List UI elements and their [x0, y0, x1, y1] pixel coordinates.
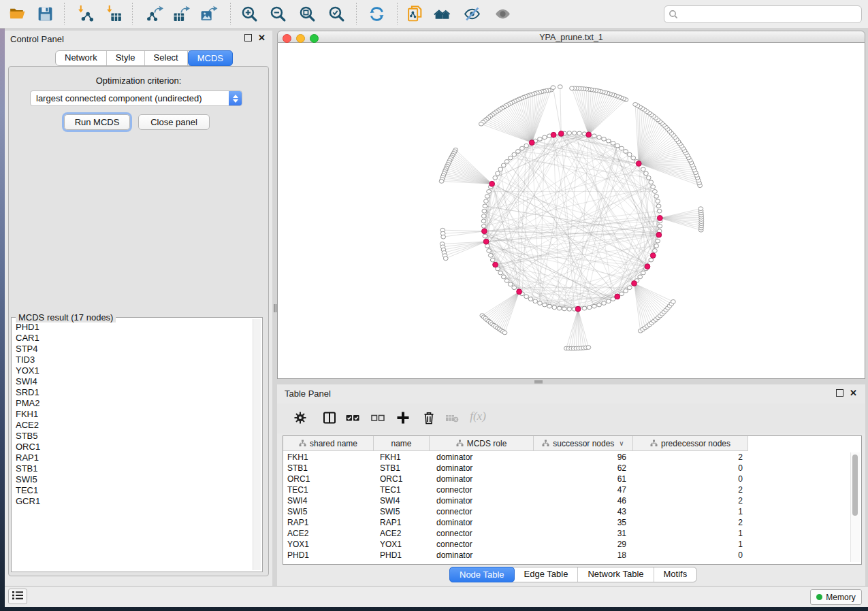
- mcds-result-item[interactable]: PHD1: [13, 322, 253, 333]
- mcds-hub-node[interactable]: [493, 262, 498, 267]
- table-cell[interactable]: 62: [534, 463, 633, 473]
- import-table-button[interactable]: [103, 3, 125, 24]
- close-table-panel-icon[interactable]: ✕: [850, 389, 857, 397]
- mcds-hub-node[interactable]: [489, 181, 495, 186]
- table-cell[interactable]: ORC1: [374, 474, 430, 484]
- table-cell[interactable]: 0: [633, 550, 748, 560]
- tab-style[interactable]: Style: [107, 51, 145, 65]
- new-network-from-selection-button[interactable]: [404, 3, 425, 24]
- table-cell[interactable]: 0: [633, 474, 748, 484]
- table-cell[interactable]: connector: [430, 485, 534, 495]
- close-panel-icon[interactable]: ✕: [258, 34, 266, 42]
- table-row[interactable]: SWI5SWI5connector431: [283, 506, 861, 517]
- table-cell[interactable]: STB1: [283, 463, 374, 473]
- table-cell[interactable]: 96: [534, 452, 633, 462]
- export-network-button[interactable]: [144, 3, 165, 24]
- mcds-list-scrollbar[interactable]: [253, 319, 261, 570]
- export-image-button[interactable]: [197, 3, 219, 24]
- table-cell[interactable]: 0: [633, 463, 748, 473]
- table-cell[interactable]: ACE2: [283, 529, 374, 538]
- mcds-result-item[interactable]: RAP1: [13, 452, 253, 463]
- mcds-hub-node[interactable]: [575, 306, 581, 312]
- table-scrollbar[interactable]: [850, 452, 860, 562]
- table-cell[interactable]: SWI5: [374, 507, 430, 516]
- column-header-mcds-role[interactable]: MCDS role: [430, 436, 534, 451]
- export-table-button[interactable]: [170, 3, 192, 24]
- table-row[interactable]: RAP1RAP1dominator352: [283, 517, 861, 528]
- deselect-all-columns-button[interactable]: [369, 409, 387, 427]
- mcds-hub-node[interactable]: [529, 140, 534, 146]
- table-cell[interactable]: SWI5: [283, 507, 374, 516]
- mcds-hub-node[interactable]: [657, 216, 662, 221]
- table-cell[interactable]: dominator: [430, 496, 534, 506]
- table-row[interactable]: PHD1PHD1dominator180: [283, 550, 861, 561]
- mcds-result-item[interactable]: SRD1: [13, 387, 253, 398]
- table-cell[interactable]: dominator: [430, 452, 534, 462]
- tab-select[interactable]: Select: [145, 51, 188, 65]
- scrollbar-thumb[interactable]: [852, 455, 858, 516]
- table-row[interactable]: TEC1TEC1connector472: [283, 484, 861, 495]
- zoom-fit-button[interactable]: [296, 3, 318, 24]
- zoom-in-button[interactable]: [238, 3, 260, 24]
- table-cell[interactable]: 2: [633, 452, 748, 462]
- mcds-result-item[interactable]: SWI4: [13, 376, 253, 387]
- table-cell[interactable]: 18: [534, 550, 633, 560]
- table-cell[interactable]: ACE2: [374, 529, 430, 538]
- tab-network-table[interactable]: Network Table: [578, 567, 654, 582]
- table-cell[interactable]: 1: [633, 507, 748, 516]
- mcds-result-item[interactable]: CAR1: [13, 333, 253, 344]
- zoom-selected-button[interactable]: [325, 3, 347, 24]
- toggle-panels-button[interactable]: [321, 409, 338, 427]
- open-session-button[interactable]: [6, 3, 28, 24]
- mcds-result-item[interactable]: GCR1: [13, 496, 253, 507]
- table-cell[interactable]: STB1: [374, 463, 430, 473]
- table-cell[interactable]: 2: [633, 518, 748, 527]
- table-cell[interactable]: dominator: [430, 550, 534, 560]
- table-cell[interactable]: 47: [534, 485, 633, 495]
- hide-selected-button[interactable]: [461, 3, 483, 24]
- zoom-out-button[interactable]: [267, 3, 289, 24]
- close-panel-button[interactable]: Close panel: [138, 114, 210, 130]
- memory-button[interactable]: Memory: [810, 589, 862, 605]
- tab-motifs[interactable]: Motifs: [654, 567, 697, 582]
- mcds-result-item[interactable]: STB1: [13, 463, 253, 474]
- table-settings-button[interactable]: [291, 409, 309, 427]
- tab-mcds[interactable]: MCDS: [188, 50, 233, 66]
- mcds-hub-node[interactable]: [632, 281, 637, 286]
- mcds-hub-node[interactable]: [482, 229, 487, 234]
- horizontal-splitter[interactable]: [277, 379, 865, 384]
- column-header-name[interactable]: name: [374, 436, 430, 451]
- table-cell[interactable]: FKH1: [374, 452, 430, 462]
- table-cell[interactable]: FKH1: [283, 452, 374, 462]
- table-cell[interactable]: 2: [633, 496, 748, 506]
- table-cell[interactable]: connector: [430, 529, 534, 538]
- mcds-hub-node[interactable]: [636, 161, 641, 167]
- table-row[interactable]: ORC1ORC1dominator610: [283, 474, 861, 484]
- mcds-result-item[interactable]: ORC1: [13, 442, 253, 452]
- table-cell[interactable]: RAP1: [374, 518, 430, 527]
- table-cell[interactable]: ORC1: [283, 474, 374, 484]
- network-canvas[interactable]: [277, 43, 865, 379]
- table-cell[interactable]: 46: [534, 496, 633, 506]
- mcds-hub-node[interactable]: [558, 131, 564, 137]
- table-cell[interactable]: 1: [633, 529, 748, 538]
- mcds-result-item[interactable]: TID3: [13, 354, 253, 365]
- table-cell[interactable]: SWI4: [374, 496, 430, 506]
- table-cell[interactable]: 29: [534, 540, 633, 549]
- mcds-hub-node[interactable]: [483, 239, 489, 244]
- vertical-splitter[interactable]: [272, 31, 277, 586]
- tab-node-table[interactable]: Node Table: [449, 567, 515, 582]
- float-table-panel-icon[interactable]: [836, 389, 843, 397]
- table-cell[interactable]: 2: [633, 485, 748, 495]
- first-neighbors-button[interactable]: [431, 3, 453, 24]
- table-cell[interactable]: RAP1: [283, 518, 374, 527]
- run-mcds-button[interactable]: Run MCDS: [64, 114, 130, 130]
- tab-edge-table[interactable]: Edge Table: [515, 567, 579, 582]
- table-cell[interactable]: 43: [534, 507, 633, 516]
- add-column-button[interactable]: [394, 409, 412, 427]
- table-cell[interactable]: PHD1: [374, 550, 430, 560]
- show-all-button[interactable]: [492, 3, 513, 24]
- delete-column-button[interactable]: [420, 409, 438, 427]
- table-cell[interactable]: connector: [430, 540, 534, 549]
- mcds-result-item[interactable]: ACE2: [13, 420, 253, 431]
